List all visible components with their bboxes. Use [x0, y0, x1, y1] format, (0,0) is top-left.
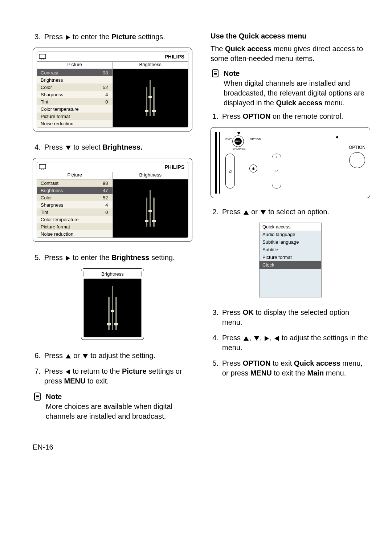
t: or	[73, 352, 82, 360]
left-column: 3. Press to enter the Picture settings. …	[33, 32, 192, 421]
osd-row: Contrast98	[37, 179, 113, 187]
volume-rocker: + ⊿ –	[225, 154, 235, 188]
up-arrow-icon	[244, 210, 249, 215]
osd-col-header: Brightness	[113, 172, 188, 179]
option-big-label: OPTION	[349, 145, 366, 150]
step-6: 6. Press or to adjust the setting.	[33, 351, 192, 361]
step-text: Press , , , to adjust the settings in th…	[222, 333, 370, 353]
t: to enter the	[73, 33, 111, 41]
down-arrow-icon	[66, 146, 71, 150]
step-text: Press OK to display the selected option …	[222, 308, 370, 327]
t: Press	[222, 208, 243, 216]
right-step-2: 2. Press or to select an option.	[211, 207, 370, 217]
osd-val: 52	[103, 85, 110, 90]
osd-row: Brightness47	[37, 187, 113, 194]
option-callout: OPTION	[349, 132, 366, 168]
note-label: Note	[46, 392, 192, 402]
osd-label: Color temperature	[41, 217, 79, 222]
t: Press	[44, 367, 65, 375]
dpad: EXIT OPTION BROWSE MENU	[225, 132, 251, 150]
down-arrow-icon	[237, 132, 241, 135]
qa-row: Subtitle language	[260, 238, 321, 246]
right-step-5: 5. Press OPTION to exit Quick access men…	[211, 358, 370, 378]
note-block: Note When digital channels are installed…	[211, 69, 370, 108]
equalizer-icon	[146, 80, 155, 116]
osd-col-header: Brightness	[113, 62, 188, 69]
step-number: 4.	[211, 333, 219, 353]
step-text: Press to return to the Picture settings …	[44, 366, 192, 386]
t: on the remote control.	[273, 112, 343, 120]
osd-brightness-mini: Brightness	[81, 268, 144, 340]
menu-button-icon: MENU	[234, 138, 242, 145]
down-arrow-icon	[83, 354, 88, 358]
t-bold: Main	[307, 369, 324, 377]
volume-icon: ⊿	[228, 169, 232, 174]
right-step-3: 3. Press OK to display the selected opti…	[211, 308, 370, 327]
step-number: 5.	[33, 253, 41, 263]
qa-row: Clock	[260, 261, 321, 269]
t: Press	[222, 112, 243, 120]
browse-label: BROWSE	[233, 147, 246, 150]
osd-row: Color52	[37, 84, 113, 91]
remote-diagram: EXIT OPTION BROWSE MENU + ⊿ –	[211, 127, 370, 198]
t: menu.	[324, 99, 345, 107]
t-bold: Quick access	[294, 359, 340, 367]
osd-val: 98	[103, 70, 110, 76]
osd-val: 47	[103, 188, 110, 193]
note-icon	[211, 69, 220, 108]
note-label: Note	[224, 69, 370, 78]
osd-label: Noise reduction	[41, 121, 73, 126]
t-bold: OPTION	[243, 359, 271, 367]
step-7: 7. Press to return to the Picture settin…	[33, 366, 192, 386]
t-bold: Picture	[122, 367, 147, 375]
osd-label: Color	[41, 85, 52, 90]
step-text: Press or to select an option.	[222, 207, 370, 217]
right-column: Use the Quick access menu The Quick acce…	[211, 32, 370, 421]
step-number: 3.	[33, 32, 41, 42]
option-circle-icon	[349, 152, 365, 168]
equalizer-icon	[146, 190, 155, 227]
step-5: 5. Press to enter the Brightness setting…	[33, 253, 192, 263]
osd-list: Contrast98 Brightness Color52 Sharpness4…	[37, 69, 113, 127]
t: Press	[222, 359, 243, 367]
step-text: Press to select Brightness.	[44, 142, 192, 152]
right-arrow-icon	[265, 336, 269, 341]
t: setting.	[151, 253, 175, 261]
osd-val: 0	[105, 210, 110, 215]
t: Press	[44, 143, 65, 151]
osd-label: Brightness	[41, 77, 63, 83]
t: Press	[44, 33, 65, 41]
osd-list: Contrast98 Brightness47 Color52 Sharpnes…	[37, 179, 113, 238]
intro-text: The Quick access menu gives direct acces…	[211, 44, 370, 64]
step-text: Press OPTION to exit Quick access menu, …	[222, 358, 370, 378]
step-text: Press to enter the Picture settings.	[44, 32, 192, 42]
qa-row: Subtitle	[260, 246, 321, 253]
right-arrow-icon	[66, 256, 70, 261]
osd-row: Sharpness4	[37, 201, 113, 208]
t: to select an option.	[268, 208, 329, 216]
qa-row-empty	[260, 278, 321, 288]
osd-row: Noise reduction	[37, 120, 113, 127]
osd-row: Color52	[37, 194, 113, 201]
svg-rect-0	[39, 54, 46, 58]
step-number: 1.	[211, 111, 219, 121]
t: The	[211, 45, 225, 53]
callout-dot-icon	[336, 136, 338, 138]
option-label: OPTION	[250, 138, 261, 141]
osd-preview	[113, 179, 188, 238]
osd-row: Tint0	[37, 98, 113, 105]
osd-col-header: Picture	[37, 62, 113, 69]
minus-icon: –	[229, 183, 231, 187]
osd-label: Sharpness	[41, 92, 63, 97]
osd-label: Contrast	[41, 70, 58, 76]
t-bold: Quick access	[225, 45, 271, 53]
svg-rect-3	[39, 165, 46, 169]
osd-row: Color temperature	[37, 105, 113, 113]
p-label: P	[275, 169, 278, 173]
note-icon	[33, 392, 42, 421]
osd-val: 52	[103, 195, 110, 200]
exit-label: EXIT	[225, 138, 232, 141]
t-bold: Brightness.	[102, 143, 142, 151]
step-number: 6.	[33, 351, 41, 361]
step-number: 7.	[33, 366, 41, 386]
